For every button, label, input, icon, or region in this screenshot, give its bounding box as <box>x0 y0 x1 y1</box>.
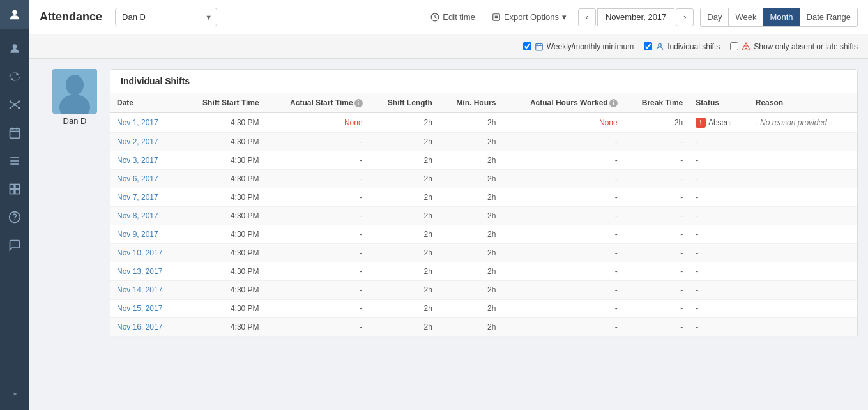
view-daterange-button[interactable]: Date Range <box>800 8 857 26</box>
cell-actual-start: None <box>266 113 369 133</box>
cell-actual-hours: - <box>502 244 623 262</box>
cell-actual-start: - <box>266 262 369 281</box>
table-row: Nov 8, 20174:30 PM-2h2h--- <box>110 207 857 225</box>
cell-min-hours: 2h <box>439 225 503 244</box>
cell-shift-start: 4:30 PM <box>181 225 266 244</box>
svg-rect-19 <box>15 185 20 189</box>
svg-rect-28 <box>535 43 542 50</box>
avatar-name: Dan D <box>63 116 87 126</box>
cell-reason <box>749 262 857 281</box>
cell-actual-start: - <box>266 318 369 337</box>
cell-min-hours: 2h <box>439 188 503 207</box>
svg-line-10 <box>15 105 19 108</box>
cell-status: - <box>689 133 749 151</box>
cell-shift-start: 4:30 PM <box>181 318 266 337</box>
cell-actual-hours: - <box>502 188 623 207</box>
table-row: Nov 16, 20174:30 PM-2h2h--- <box>110 318 857 337</box>
weekly-monthly-checkbox[interactable] <box>523 42 531 50</box>
cell-break-time: - <box>624 300 690 318</box>
cell-break-time: - <box>624 262 690 281</box>
sidebar-logo[interactable] <box>0 0 29 29</box>
sidebar: » <box>0 0 29 410</box>
cell-reason <box>749 133 857 151</box>
main-content: Attendance Dan D ▼ Edit time Export Opti… <box>29 0 868 410</box>
actual-start-info-icon[interactable]: i <box>354 99 363 107</box>
actual-hours-info-icon[interactable]: i <box>609 99 618 107</box>
cell-reason <box>749 188 857 207</box>
table-row: Nov 13, 20174:30 PM-2h2h--- <box>110 262 857 281</box>
edit-time-button[interactable]: Edit time <box>425 9 480 25</box>
weekly-monthly-label: Weekly/monthly minimum <box>547 42 634 51</box>
cell-shift-length: 2h <box>369 113 439 133</box>
cell-actual-start: - <box>266 207 369 225</box>
cell-reason <box>749 281 857 300</box>
cell-actual-hours: - <box>502 300 623 318</box>
view-group: Day Week Month Date Range <box>700 8 858 27</box>
cell-date: Nov 9, 2017 <box>110 225 181 244</box>
sidebar-expand-button[interactable]: » <box>13 383 17 404</box>
cell-reason <box>749 300 857 318</box>
sidebar-item-chat[interactable] <box>0 232 29 258</box>
sidebar-item-card[interactable] <box>0 176 29 202</box>
cell-reason <box>749 151 857 170</box>
cell-shift-length: 2h <box>369 133 439 151</box>
cell-reason: - No reason provided - <box>749 113 857 133</box>
table-row: Nov 9, 20174:30 PM-2h2h--- <box>110 225 857 244</box>
table-row: Nov 2, 20174:30 PM-2h2h--- <box>110 133 857 151</box>
cell-reason <box>749 318 857 337</box>
cell-shift-start: 4:30 PM <box>181 188 266 207</box>
filter-individual-shifts[interactable]: Individual shifts <box>644 42 720 51</box>
export-chevron-icon: ▾ <box>562 12 567 22</box>
sidebar-item-list[interactable] <box>0 148 29 174</box>
cell-shift-length: 2h <box>369 262 439 281</box>
view-month-button[interactable]: Month <box>763 8 800 26</box>
shifts-panel-header: Individual Shifts <box>110 70 857 93</box>
cell-break-time: - <box>624 151 690 170</box>
sidebar-item-person[interactable] <box>0 36 29 61</box>
cell-reason <box>749 170 857 188</box>
cell-status: - <box>689 207 749 225</box>
cell-shift-start: 4:30 PM <box>181 244 266 262</box>
absent-late-checkbox[interactable] <box>730 42 738 50</box>
cell-break-time: - <box>624 281 690 300</box>
svg-rect-20 <box>10 190 15 194</box>
cell-min-hours: 2h <box>439 300 503 318</box>
export-options-button[interactable]: Export Options ▾ <box>487 9 572 25</box>
svg-rect-11 <box>10 128 20 138</box>
table-row: Nov 15, 20174:30 PM-2h2h--- <box>110 300 857 318</box>
absent-late-label: Show only absent or late shifts <box>754 42 858 51</box>
cell-status: - <box>689 151 749 170</box>
sidebar-item-connections[interactable] <box>0 92 29 118</box>
table-row: Nov 14, 20174:30 PM-2h2h--- <box>110 281 857 300</box>
individual-shifts-checkbox[interactable] <box>644 42 652 50</box>
sidebar-item-help[interactable] <box>0 204 29 230</box>
shifts-panel: Individual Shifts Date Shift Start Time … <box>110 69 858 337</box>
next-period-button[interactable]: › <box>676 8 694 26</box>
cell-break-time: - <box>624 318 690 337</box>
cell-reason <box>749 225 857 244</box>
svg-point-32 <box>659 43 662 47</box>
cell-status: - <box>689 170 749 188</box>
cell-status: - <box>689 262 749 281</box>
cell-shift-length: 2h <box>369 281 439 300</box>
cell-reason <box>749 244 857 262</box>
col-actual-hours: Actual Hours Worked i <box>502 93 623 113</box>
prev-period-button[interactable]: ‹ <box>578 8 596 26</box>
employee-select[interactable]: Dan D <box>115 8 217 26</box>
cell-date: Nov 2, 2017 <box>110 133 181 151</box>
cell-shift-length: 2h <box>369 188 439 207</box>
view-week-button[interactable]: Week <box>729 8 763 26</box>
cell-actual-hours: - <box>502 170 623 188</box>
filter-weekly-monthly[interactable]: Weekly/monthly minimum <box>523 42 634 51</box>
reason-text: - No reason provided - <box>756 118 832 127</box>
sidebar-item-calendar[interactable] <box>0 120 29 146</box>
sidebar-item-refresh[interactable] <box>0 64 29 89</box>
col-min-hours: Min. Hours <box>439 93 503 113</box>
cell-actual-hours: - <box>502 262 623 281</box>
filter-absent-late[interactable]: Show only absent or late shifts <box>730 42 858 51</box>
clock-icon <box>430 13 439 22</box>
avatar-image <box>52 69 97 114</box>
sidebar-bottom: » <box>13 383 17 410</box>
view-day-button[interactable]: Day <box>701 8 729 26</box>
cell-status: - <box>689 244 749 262</box>
